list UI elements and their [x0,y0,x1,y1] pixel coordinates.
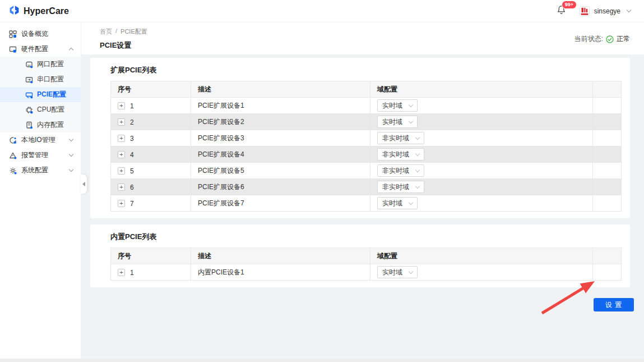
domain-select[interactable]: 实时域 [377,99,418,112]
sidebar-item-system-config[interactable]: 系统配置 [0,163,81,178]
settings-submit-button[interactable]: 设 置 [594,298,634,311]
chevron-down-icon [69,167,73,171]
expand-row-button[interactable]: + [118,269,125,276]
sidebar-item-network-port-config[interactable]: 网口配置 [0,57,81,72]
chevron-down-icon [409,102,413,107]
breadcrumb-home[interactable]: 首页 [100,28,112,36]
sidebar-item-serial-port-config[interactable]: 串口配置 [0,72,81,87]
row-actions-cell [593,130,622,146]
domain-select-value: 实时域 [382,199,402,208]
chevron-down-icon [415,184,420,188]
top-bar: HyperCare 99+ sinsegye [0,0,644,22]
status-value: 正常 [617,34,630,44]
chevron-down-icon [415,151,420,155]
expand-row-button[interactable]: + [118,151,125,158]
domain-select[interactable]: 非实时域 [377,181,424,193]
status-label: 当前状态: [574,34,603,44]
expand-row-button[interactable]: + [118,102,125,109]
table-row: +6PCIE扩展设备6非实时域 [111,179,622,195]
row-description: PCIE扩展设备4 [191,146,370,163]
row-actions-cell [593,146,622,163]
sidebar-item-device-overview[interactable]: 设备概览 [0,26,81,42]
expand-row-button[interactable]: + [118,184,125,191]
sidebar-item-label: 串口配置 [37,75,64,84]
sidebar-item-label: 报警管理 [21,150,48,160]
domain-select-value: 非实时域 [382,182,409,192]
status-indicator: 当前状态: 正常 [574,34,630,44]
domain-select[interactable]: 非实时域 [377,132,424,144]
domain-select-value: 非实时域 [382,150,409,159]
domain-select[interactable]: 实时域 [377,116,418,128]
sidebar-item-hardware-config[interactable]: 硬件配置 [0,42,81,57]
row-actions-cell [593,264,622,281]
page-title: PCIE设置 [100,40,147,51]
sidebar-item-alarm-management[interactable]: 报警管理 [0,148,81,163]
chevron-down-icon [69,136,73,141]
chevron-down-icon [415,135,420,139]
logo-text: HyperCare [24,6,69,16]
domain-select-value: 实时域 [382,101,402,111]
domain-select[interactable]: 非实时域 [377,164,424,177]
netport-icon [25,61,33,68]
row-index: 5 [130,167,134,175]
expand-row-button[interactable]: + [118,167,125,175]
row-actions-cell [593,163,622,179]
column-header: 域配置 [370,81,593,98]
expansion-pcie-table: 序号描述域配置+1PCIE扩展设备1实时域+2PCIE扩展设备2实时域+3PCI… [110,81,622,212]
user-menu-button[interactable] [625,8,633,14]
domain-select[interactable]: 实时域 [377,197,418,209]
builtin-pcie-table: 序号描述域配置+1内置PCIE设备1实时域 [110,248,622,281]
table-row: +7PCIE扩展设备7实时域 [111,195,622,212]
sidebar-item-pcie-config[interactable]: PCIE配置 [0,87,81,102]
table-row: +1内置PCIE设备1实时域 [111,264,622,281]
row-actions-cell [593,179,622,195]
domain-select-value: 实时域 [382,268,402,277]
expand-row-button[interactable]: + [118,118,125,126]
expansion-pcie-card: 扩展PCIE列表 序号描述域配置+1PCIE扩展设备1实时域+2PCIE扩展设备… [90,58,630,218]
row-description: 内置PCIE设备1 [191,264,370,281]
column-header: 序号 [111,81,191,98]
row-description: PCIE扩展设备6 [191,179,370,195]
row-description: PCIE扩展设备5 [191,163,370,179]
sidebar-item-label: CPU配置 [37,105,64,114]
breadcrumb-current: PCIE配置 [121,28,147,36]
builtin-pcie-card: 内置PCIE列表 序号描述域配置+1内置PCIE设备1实时域 [90,224,630,287]
sidebar-item-memory-config[interactable]: 内存配置 [0,117,81,132]
row-index: 2 [130,118,134,126]
sidebar-item-cpu-config[interactable]: CPU配置 [0,102,81,117]
expand-row-button[interactable]: + [118,135,125,142]
chevron-up-icon [69,48,73,52]
column-header: 序号 [111,248,191,264]
chevron-left-icon [82,182,85,186]
expand-row-button[interactable]: + [118,200,125,207]
sidebar-collapse-handle[interactable] [81,175,87,194]
table-row: +4PCIE扩展设备4非实时域 [111,146,622,163]
app-logo: HyperCare [8,5,69,17]
page-header: 首页 / PCIE配置 PCIE设置 当前状态: 正常 [81,22,644,54]
row-description: PCIE扩展设备1 [191,98,370,114]
sidebar-item-label: 网口配置 [37,59,64,69]
chevron-down-icon [627,7,631,12]
sidebar: 设备概览硬件配置网口配置串口配置PCIE配置CPU配置内存配置本地IO管理报警管… [0,22,81,362]
table-row: +3PCIE扩展设备3非实时域 [111,130,622,146]
domain-select-value: 非实时域 [382,134,409,143]
card-title: 扩展PCIE列表 [110,65,621,75]
domain-select[interactable]: 非实时域 [377,148,424,161]
avatar[interactable] [580,6,590,16]
domain-select[interactable]: 实时域 [377,266,418,278]
sidebar-item-label: PCIE配置 [37,90,66,99]
column-header: 描述 [191,81,370,98]
row-index: 7 [130,199,134,207]
pcie-icon [25,91,33,99]
row-index: 1 [130,102,134,109]
sidebar-item-label: 内存配置 [37,120,64,130]
domain-select-value: 实时域 [382,117,402,127]
sidebar-item-local-io-management[interactable]: 本地IO管理 [0,132,81,148]
card-title: 内置PCIE列表 [110,232,621,242]
notifications-button[interactable]: 99+ [557,5,566,17]
row-description: PCIE扩展设备2 [191,114,370,130]
username: sinsegye [594,7,620,15]
io-icon [9,136,17,144]
grid-icon [9,30,17,38]
table-row: +2PCIE扩展设备2实时域 [111,114,622,130]
